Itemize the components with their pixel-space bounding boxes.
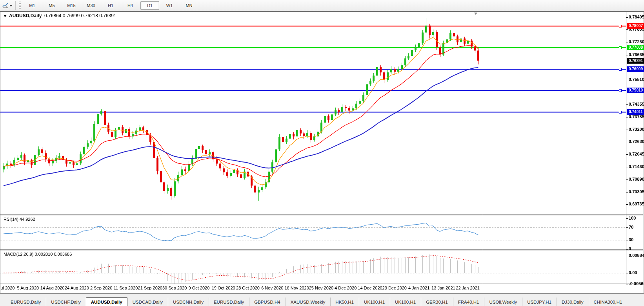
timeframe-button-mn[interactable]: MN [180,1,198,10]
date-tick-label: 19 Oct 2020 [212,286,235,290]
date-tick-label: 14 Dec 2020 [358,286,382,290]
date-tick-label: 5 Aug 2020 [17,286,39,290]
timeframe-button-m30[interactable]: M30 [82,1,100,10]
date-tick-label: 24 Aug 2020 [65,286,89,290]
timeframe-button-m15[interactable]: M15 [62,1,81,10]
chart-area: AUDUSD,Daily 0.76864 0.76999 0.76218 0.7… [0,11,644,293]
price-tick-label: 0.78405 [629,15,644,19]
chart-tab-dj30-daily[interactable]: DJ30,Daily [557,297,589,306]
toolbar-separator [15,1,16,10]
ohlc-values: 0.76864 0.76999 0.76218 0.76391 [44,13,116,18]
timeframe-button-d1[interactable]: D1 [140,1,159,10]
collapse-triangle-icon [4,15,7,17]
chart-tab-bar: EURUSD,DailyUSDCHF,DailyAUDUSD,DailyUSDC… [0,293,644,306]
timeframe-button-m1[interactable]: M1 [23,1,42,10]
chart-tab-usdchf-daily[interactable]: USDCHF,Daily [46,297,86,306]
top-toolbar: M1M5M15M30H1H4D1W1MN [0,0,644,11]
price-line-badge[interactable]: 0.78007 [627,23,644,29]
rsi-tick-label: 0 [629,246,631,251]
date-tick-label: 9 Oct 2020 [188,286,209,290]
chart-tab-audusd-daily[interactable]: AUDUSD,Daily [86,297,127,306]
chart-tab-fra40-h1[interactable]: FRA40,H1 [453,297,484,306]
date-tick-label: 21 Sep 2020 [138,286,162,290]
symbol-label: AUDUSD,Daily [9,13,42,18]
chart-tab-usdcad-daily[interactable]: USDCAD,Daily [127,297,168,306]
timeframe-button-w1[interactable]: W1 [160,1,179,10]
date-tick-label: 25 Nov 2020 [309,286,333,290]
macd-tick-label: -0.005651 [629,281,644,286]
date-tick-label: 11 Sep 2020 [114,286,138,290]
chart-tab-eurusd-daily[interactable]: EURUSD,Daily [209,297,249,306]
chart-tab-xauusd-weekly[interactable]: XAUUSD,Weekly [286,297,331,306]
price-chart-canvas[interactable] [0,12,643,292]
date-tick-label: 22 Jan 2021 [456,286,480,290]
price-tick-label: 0.72630 [629,139,644,144]
date-tick-label: 16 Nov 2020 [284,286,309,290]
chart-tab-usdjpy-h1[interactable]: USDJPY,H1 [522,297,557,306]
chart-tab-gbpusd-h4[interactable]: GBPUSD,H4 [249,297,285,306]
chart-cursor-icon [2,2,9,9]
chart-tab-ger30-h1[interactable]: GER30,H1 [421,297,453,306]
date-tick-label: 23 Dec 2020 [382,286,407,290]
toolbar-grip[interactable] [19,2,21,9]
macd-tick-label: 0.00884 [629,253,644,258]
date-tick-label: 6 Nov 2020 [261,286,283,290]
price-line-badge[interactable]: 0.75010 [627,88,644,93]
price-tick-label: 0.77250 [629,39,644,44]
macd-tick-label: 0.00 [629,270,637,275]
price-tick-label: 0.74355 [629,102,644,106]
date-tick-label: 4 Jan 2021 [408,286,429,290]
rsi-indicator-label: RSI(14) 44.9262 [4,217,35,222]
price-tick-label: 0.70305 [629,189,644,194]
price-line-badge[interactable]: 0.76009 [627,66,644,72]
chart-shift-marker-icon[interactable] [474,13,477,15]
current-price-badge: 0.76391 [627,58,644,64]
price-tick-label: 0.73785 [629,114,644,119]
chart-tab-uk100-h1[interactable]: UK100,H1 [390,297,421,306]
date-tick-label: 13 Jan 2021 [431,286,455,290]
price-tick-label: 0.75510 [629,77,644,82]
macd-indicator-label: MACD(12,26,9) 0.002010 0.003686 [4,252,72,257]
chart-tool-button[interactable] [1,0,14,11]
chart-title: AUDUSD,Daily 0.76864 0.76999 0.76218 0.7… [4,13,116,18]
price-tick-label: 0.73200 [629,127,644,132]
timeframe-group: M1M5M15M30H1H4D1W1MN [22,0,199,11]
timeframe-button-h1[interactable]: H1 [101,1,120,10]
chevron-down-icon [9,5,13,7]
date-tick-label: 4 Dec 2020 [335,286,357,290]
price-tick-label: 0.70890 [629,177,644,181]
price-line-badge[interactable]: 0.74011 [627,109,644,115]
price-tick-label: 0.72045 [629,152,644,156]
date-tick-label: 2 Sep 2020 [90,286,112,290]
chart-tab-usoil-weekly[interactable]: USOil,Weekly [484,297,522,306]
mt4-window: M1M5M15M30H1H4D1W1MN AUDUSD,Daily 0.7686… [0,0,644,306]
price-tick-label: 0.76665 [629,52,644,57]
date-tick-label: 14 Aug 2020 [40,286,65,290]
rsi-tick-label: 30 [629,237,633,242]
price-tick-label: 0.69735 [629,202,644,206]
timeframe-button-m5[interactable]: M5 [42,1,61,10]
chart-tab-uk100-h1[interactable]: UK100,H1 [359,297,390,306]
date-tick-label: 27 Jul 2020 [0,286,15,290]
timeframe-button-h4[interactable]: H4 [121,1,140,10]
date-tick-label: 28 Oct 2020 [236,286,260,290]
price-tick-label: 0.71460 [629,164,644,169]
rsi-tick-label: 70 [629,225,633,229]
chart-tabs: EURUSD,DailyUSDCHF,DailyAUDUSD,DailyUSDC… [5,296,624,306]
chart-tab-hk50-h1[interactable]: HK50,H1 [330,297,359,306]
rsi-tick-label: 100 [629,216,636,220]
price-line-badge[interactable]: 0.77008 [627,45,644,50]
date-tick-label: 30 Sep 2020 [162,286,187,290]
chart-tab-usdcnh-daily[interactable]: USDCNH,Daily [168,297,209,306]
chart-tab-eurusd-daily[interactable]: EURUSD,Daily [5,297,46,306]
chart-tab-china300-h1[interactable]: CHINA300,H1 [589,297,624,306]
